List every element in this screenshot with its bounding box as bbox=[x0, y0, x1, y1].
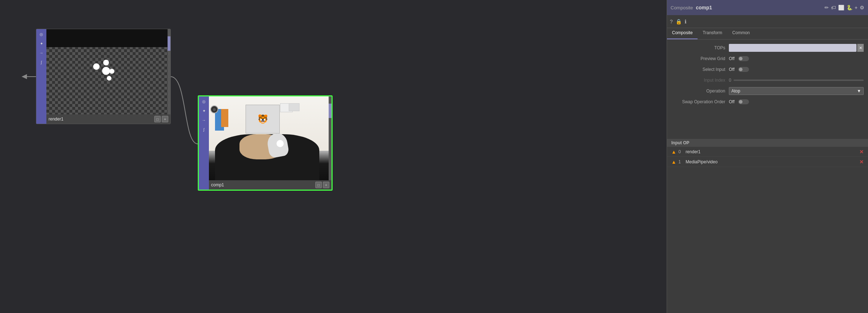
input-op-arrow-1: ▲ bbox=[671, 159, 676, 165]
panel-header-icons: ✏ 🏷 ⬜ 🐍 + ⚙ bbox=[824, 5, 864, 10]
pencil-icon[interactable]: ✏ bbox=[824, 5, 829, 10]
lock-icon[interactable]: 🔒 bbox=[676, 19, 682, 24]
paper-2 bbox=[289, 103, 300, 111]
preview-grid-label: Preview Grid bbox=[671, 56, 729, 61]
dot-5 bbox=[107, 76, 111, 81]
input-op-section: Input OP ▲ 0 render1 ✕ ▲ 1 MediaPipe/vid… bbox=[667, 139, 868, 167]
comp1-sidebar-icon-snake[interactable]: ∫ bbox=[200, 126, 207, 133]
render1-btn-plus[interactable]: + bbox=[162, 116, 168, 122]
select-input-toggle[interactable] bbox=[738, 67, 749, 72]
gear-icon[interactable]: ⚙ bbox=[860, 5, 864, 10]
tops-input-clear[interactable]: ✕ bbox=[857, 44, 864, 52]
dropdown-arrow-icon: ▼ bbox=[857, 89, 861, 94]
prop-row-preview-grid: Preview Grid Off bbox=[667, 53, 868, 64]
comp1-scrollbar-thumb bbox=[329, 104, 332, 118]
comp1-footer-btns: □ + bbox=[315, 182, 329, 188]
tab-common[interactable]: Common bbox=[727, 28, 755, 39]
swap-op-label: Swap Operation Order bbox=[671, 99, 729, 104]
properties-panel: Composite comp1 ✏ 🏷 ⬜ 🐍 + ⚙ ? 🔒 ℹ Compos… bbox=[667, 0, 868, 313]
input-op-delete-1[interactable]: ✕ bbox=[859, 159, 864, 165]
tops-label: TOPs bbox=[671, 45, 729, 50]
swap-op-value: Off bbox=[729, 99, 735, 104]
comp1-name: comp1 bbox=[211, 182, 315, 187]
render1-checkerboard bbox=[46, 29, 170, 114]
panel-tabs: Composite Transform Common bbox=[667, 28, 868, 40]
panel-toolbar: ? 🔒 ℹ bbox=[667, 15, 868, 28]
comp1-footer: comp1 □ + bbox=[209, 180, 332, 190]
render1-btn-square[interactable]: □ bbox=[154, 116, 161, 122]
panel-title-label: Composite bbox=[671, 5, 693, 10]
input-op-name-0: render1 bbox=[686, 149, 859, 154]
comp1-sidebar-icon-arrow[interactable]: ✦ bbox=[200, 107, 207, 114]
comp1-preview: 🐯 ◎ bbox=[209, 96, 332, 180]
dot-1 bbox=[93, 63, 100, 70]
preview-grid-toggle[interactable] bbox=[738, 56, 749, 61]
prop-row-input-index: Input Index 0 bbox=[667, 75, 868, 86]
tab-transform[interactable]: Transform bbox=[698, 28, 727, 39]
prop-row-operation: Operation Atop ▼ bbox=[667, 86, 868, 96]
prop-row-tops: TOPs ✕ bbox=[667, 42, 868, 53]
prop-row-swap-op: Swap Operation Order Off bbox=[667, 96, 868, 107]
render1-scrollbar[interactable] bbox=[168, 29, 170, 114]
comp1-sidebar-icon-circle[interactable]: ◎ bbox=[200, 98, 207, 105]
input-op-name-1: MediaPipe/video bbox=[686, 159, 859, 164]
preview-grid-value: Off bbox=[729, 56, 735, 61]
render1-sidebar-icon-arrow[interactable]: ✦ bbox=[38, 40, 45, 47]
tops-input[interactable] bbox=[729, 44, 856, 52]
preview-grid-value-container: Off bbox=[729, 56, 749, 61]
comp1-node[interactable]: ◎ ✦ → ∫ 🐯 bbox=[198, 95, 333, 191]
operation-dropdown[interactable]: Atop ▼ bbox=[729, 87, 864, 95]
dot-2 bbox=[102, 67, 110, 75]
swap-op-value-container: Off bbox=[729, 99, 749, 104]
comp1-white-dot bbox=[277, 140, 284, 147]
render1-sidebar-icon-circle[interactable]: ◎ bbox=[38, 31, 45, 38]
props-spacer bbox=[667, 107, 868, 136]
input-op-row-0: ▲ 0 render1 ✕ bbox=[667, 147, 868, 157]
help-icon[interactable]: ? bbox=[670, 19, 673, 24]
render1-node[interactable]: ◎ ✦ → ∫ render1 □ + bbox=[36, 29, 171, 124]
input-index-label: Input Index bbox=[671, 78, 729, 83]
rect-icon[interactable]: ⬜ bbox=[838, 5, 844, 10]
render1-name: render1 bbox=[49, 117, 154, 122]
plus-icon[interactable]: + bbox=[855, 5, 858, 10]
input-index-value: 0 bbox=[729, 78, 731, 83]
dot-3 bbox=[103, 60, 109, 65]
input-index-container: 0 bbox=[729, 78, 864, 83]
render1-sidebar: ◎ ✦ → ∫ bbox=[36, 29, 46, 124]
render1-black-bar bbox=[46, 29, 170, 47]
tab-composite[interactable]: Composite bbox=[667, 28, 698, 39]
render1-sidebar-icon-right[interactable]: → bbox=[38, 49, 45, 56]
prop-row-select-input: Select Input Off bbox=[667, 64, 868, 75]
tiger-poster: 🐯 bbox=[246, 105, 280, 133]
render1-footer: render1 □ + bbox=[46, 114, 170, 124]
input-op-index-0: 0 bbox=[679, 149, 686, 154]
comp1-sidebar-icon-right[interactable]: → bbox=[200, 117, 207, 124]
comp1-sidebar: ◎ ✦ → ∫ bbox=[199, 96, 209, 190]
select-input-value: Off bbox=[729, 67, 735, 72]
python-icon[interactable]: 🐍 bbox=[846, 5, 853, 10]
render1-footer-btns: □ + bbox=[154, 116, 168, 122]
input-index-slider[interactable] bbox=[734, 80, 864, 81]
render1-sidebar-icon-snake[interactable]: ∫ bbox=[38, 59, 45, 66]
info-icon[interactable]: ℹ bbox=[685, 19, 686, 24]
input-op-arrow-0: ▲ bbox=[671, 149, 676, 155]
input-op-delete-0[interactable]: ✕ bbox=[859, 149, 864, 155]
svg-marker-0 bbox=[22, 74, 27, 79]
comp1-scrollbar[interactable] bbox=[329, 96, 332, 180]
comp1-video-bg: 🐯 ◎ bbox=[209, 96, 332, 180]
render1-scrollbar-thumb bbox=[168, 36, 170, 51]
panel-header: Composite comp1 ✏ 🏷 ⬜ 🐍 + ⚙ bbox=[667, 0, 868, 15]
comp1-circle-icon: ◎ bbox=[210, 105, 218, 113]
select-input-label: Select Input bbox=[671, 67, 729, 72]
comp1-btn-square[interactable]: □ bbox=[315, 182, 322, 188]
comp1-btn-plus[interactable]: + bbox=[323, 182, 329, 188]
panel-content: TOPs ✕ Preview Grid Off Select Input Off bbox=[667, 40, 868, 313]
swap-op-toggle[interactable] bbox=[738, 99, 749, 104]
render1-preview bbox=[46, 29, 170, 114]
input-op-row-1: ▲ 1 MediaPipe/video ✕ bbox=[667, 157, 868, 167]
tag-icon[interactable]: 🏷 bbox=[831, 5, 836, 10]
orange-item bbox=[221, 109, 228, 127]
panel-title-name: comp1 bbox=[696, 5, 712, 10]
dot-4 bbox=[109, 69, 114, 74]
operation-value: Atop bbox=[731, 89, 740, 94]
